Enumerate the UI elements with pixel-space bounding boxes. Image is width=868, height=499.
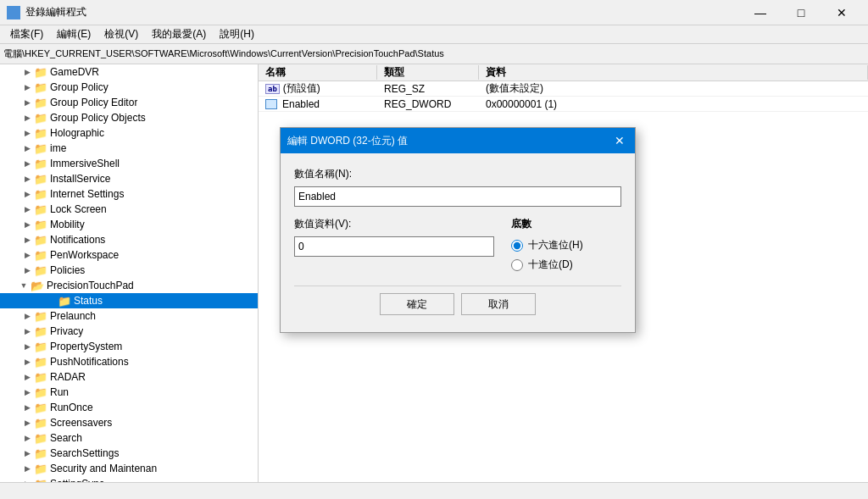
edit-dword-dialog: 編輯 DWORD (32-位元) 值 ✕ 數值名稱(N): 數值資料(V): 底… [280, 127, 636, 333]
radio-dec-label[interactable]: 十進位(D) [511, 258, 621, 272]
radio-hex-text: 十六進位(H) [528, 238, 583, 252]
dialog-data-row: 數值資料(V): 底數 十六進位(H) 十進位(D) [294, 217, 621, 272]
dialog-body: 數值名稱(N): 數值資料(V): 底數 十六進位(H) [281, 153, 635, 332]
dialog-base-label: 底數 [511, 217, 621, 231]
radio-dec-text: 十進位(D) [528, 258, 573, 272]
dialog-value-section: 數值資料(V): [294, 217, 494, 257]
dialog-title: 編輯 DWORD (32-位元) 值 [287, 134, 611, 148]
dialog-value-input[interactable] [294, 236, 494, 257]
dialog-cancel-button[interactable]: 取消 [461, 293, 536, 315]
dialog-data-label: 數值資料(V): [294, 217, 494, 231]
radio-dec-input[interactable] [511, 259, 523, 271]
dialog-base-section: 底數 十六進位(H) 十進位(D) [511, 217, 621, 272]
dialog-buttons: 確定 取消 [294, 286, 621, 319]
radio-group-base: 十六進位(H) 十進位(D) [511, 238, 621, 272]
dialog-ok-button[interactable]: 確定 [380, 293, 454, 315]
radio-hex-label[interactable]: 十六進位(H) [511, 238, 621, 252]
dialog-title-bar: 編輯 DWORD (32-位元) 值 ✕ [281, 128, 635, 153]
dialog-name-label: 數值名稱(N): [294, 167, 621, 181]
radio-hex-input[interactable] [511, 240, 523, 252]
dialog-close-button[interactable]: ✕ [611, 132, 628, 149]
dialog-name-input[interactable] [294, 186, 621, 207]
dialog-overlay: 編輯 DWORD (32-位元) 值 ✕ 數值名稱(N): 數值資料(V): 底… [0, 0, 868, 499]
